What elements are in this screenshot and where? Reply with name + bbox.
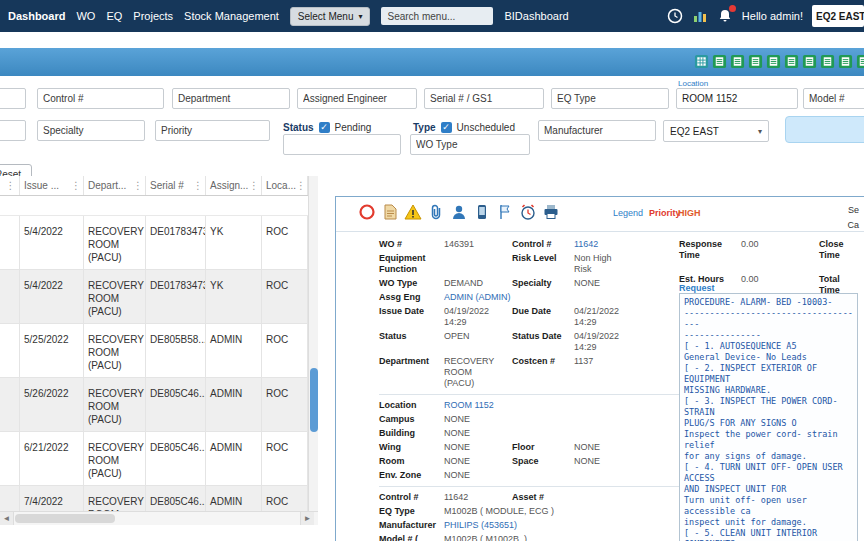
field-value: DEMAND [444,278,512,289]
excel-export-icon[interactable] [766,54,781,69]
field-value-link[interactable]: PHILIPS (453651) [444,520,681,531]
kebab-vertical-icon[interactable]: ⋮ [249,180,259,191]
menu-search-input[interactable] [381,7,493,25]
filter-cutoff-left-2[interactable] [0,120,26,141]
column-header-issue-date[interactable]: Issue ...⋮ [20,176,84,195]
top-navbar: Dashboard WO EQ Projects Stock Managemen… [0,0,864,32]
nav-wo[interactable]: WO [76,10,95,22]
field-value-link[interactable]: ADMIN (ADMIN) [444,292,681,303]
field-value: M1002B (.M1002B. ) [444,534,681,541]
section-divider [379,486,681,487]
nav-projects[interactable]: Projects [133,10,173,22]
grid-vertical-scrollbar[interactable] [308,176,318,511]
table-row[interactable]: 5/25/2022 RECOVERY ROOM (PACU) DE805B58.… [0,324,308,378]
specialty-filter[interactable] [37,120,145,141]
grid-horizontal-scrollbar[interactable]: ◄ ► [0,511,318,525]
field-value-link[interactable]: 11642 [574,239,624,250]
user-icon[interactable] [450,203,468,221]
detail-toolbar [358,203,560,221]
excel-export-icon[interactable] [748,54,763,69]
manufacturer-filter[interactable] [538,120,656,141]
alarm-clock-icon[interactable] [519,203,537,221]
excel-export-icon[interactable] [820,54,835,69]
department-filter[interactable] [172,88,290,109]
table-row[interactable]: 7/4/2022 RECOVERY ROOM DE805C46... ADMIN… [0,486,308,511]
excel-export-icon[interactable] [730,54,745,69]
cell-assigned: ADMIN [206,324,262,377]
field-label: WO Type [379,278,444,289]
column-header-assigned[interactable]: Assign...⋮ [206,176,262,195]
kebab-vertical-icon[interactable]: ⋮ [296,180,306,191]
warning-icon[interactable] [404,203,422,221]
excel-export-icon[interactable] [802,54,817,69]
field-value: NONE [444,428,681,439]
field-value: NONE [444,470,681,481]
kebab-vertical-icon[interactable]: ⋮ [133,180,143,191]
flag-icon[interactable] [496,203,514,221]
device-icon[interactable] [473,203,491,221]
table-row[interactable]: 5/26/2022 RECOVERY ROOM (PACU) DE805C46.… [0,378,308,432]
kebab-vertical-icon[interactable]: ⋮ [193,180,203,191]
excel-export-icon[interactable] [838,54,853,69]
table-row[interactable]: 5/4/2022 RECOVERY ROOM (PACU) DE01783473… [0,270,308,324]
site-select[interactable]: EQ2 EAST [812,5,864,27]
excel-export-icon[interactable] [856,54,864,69]
select-menu-button[interactable]: Select Menu ▾ [290,7,371,26]
filter-action-box[interactable] [785,116,864,143]
document-icon[interactable] [381,203,399,221]
scrollbar-thumb[interactable] [310,368,318,432]
excel-export-icon[interactable] [784,54,799,69]
notification-bell-icon[interactable] [717,8,733,24]
wo-type-filter[interactable] [410,134,530,155]
clock-icon[interactable] [667,8,683,24]
table-row[interactable]: 5/4/2022 RECOVERY ROOM (PACU) DE01783473… [0,216,308,270]
field-label: Wing [379,442,444,453]
status-filter-input[interactable] [283,134,401,155]
location-filter-label: Location [678,79,708,88]
scroll-left-arrow[interactable]: ◄ [0,512,14,525]
cell-issue-date: 5/4/2022 [20,216,84,269]
table-export-icon[interactable] [694,54,709,69]
type-unscheduled-checkbox[interactable]: ✓ [441,122,452,133]
nav-eq[interactable]: EQ [106,10,122,22]
priority-filter[interactable] [155,120,270,141]
field-label: Response Time [679,239,741,261]
column-header-location[interactable]: Loca...⋮ [262,176,308,195]
site-filter-select[interactable]: EQ2 EAST ▾ [663,120,769,142]
record-icon[interactable] [358,203,376,221]
field-value [574,492,681,503]
bar-chart-icon[interactable] [692,8,708,24]
eq-type-filter[interactable] [551,88,669,109]
location-filter[interactable] [676,88,798,109]
grid-header-menu[interactable]: ⋮ [0,176,20,195]
column-header-department[interactable]: Depart...⋮ [84,176,146,195]
control-number-filter[interactable] [37,88,164,109]
scrollbar-thumb[interactable] [15,514,115,523]
cell-department: RECOVERY ROOM (PACU) [84,270,146,323]
kebab-vertical-icon[interactable]: ⋮ [6,180,16,191]
truncated-label-se[interactable]: Se [848,205,859,215]
legend-link[interactable]: Legend [613,208,643,218]
assigned-engineer-filter[interactable] [297,88,417,109]
nav-dashboard[interactable]: Dashboard [8,10,65,22]
status-pending-checkbox[interactable]: ✓ [319,122,330,133]
nav-stock-management[interactable]: Stock Management [184,10,279,22]
filter-cutoff-left-1[interactable] [0,88,26,109]
field-label: Building [379,428,444,439]
serial-filter[interactable] [424,88,544,109]
nav-bidashboard[interactable]: BIDashboard [504,10,568,22]
column-header-serial[interactable]: Serial #⋮ [146,176,206,195]
truncated-label-ca[interactable]: Ca [847,220,859,230]
field-value-link[interactable]: ROOM 1152 [444,400,681,411]
request-textarea[interactable]: PROCEDURE- ALARM- BED -10003- ----------… [679,293,858,541]
printer-icon[interactable] [542,203,560,221]
cell-serial: DE01783473 [146,270,206,323]
attachment-icon[interactable] [427,203,445,221]
kebab-vertical-icon[interactable]: ⋮ [71,180,81,191]
section-divider [379,394,681,395]
scroll-right-arrow[interactable]: ► [300,512,314,525]
work-order-detail-panel: Legend Priority HIGH Se Ca WO # 146391 C… [335,196,864,541]
model-filter[interactable] [803,88,864,109]
table-row[interactable]: 6/21/2022 RECOVERY ROOM (PACU) DE805C46.… [0,432,308,486]
excel-export-icon[interactable] [712,54,727,69]
